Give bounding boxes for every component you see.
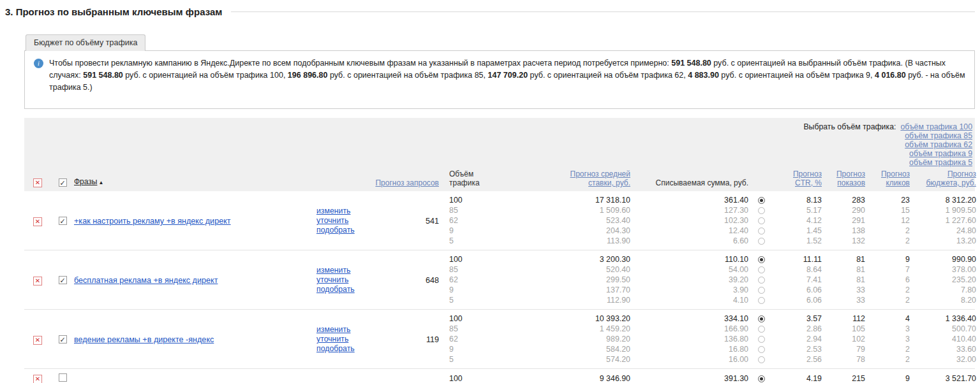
traffic-volume-value: 9: [439, 345, 500, 354]
info-text-segment: Чтобы провести рекламную кампанию в Янде…: [49, 59, 671, 68]
requests-column-header[interactable]: Прогноз запросов: [375, 178, 439, 187]
avg-rate-value: 17 318.10: [500, 196, 630, 205]
traffic-volume-value: 100: [439, 196, 500, 205]
charged-sum-value: 166.90: [630, 324, 748, 334]
charged-sum-value: 4.10: [630, 296, 748, 305]
clicks-forecast-value: 3: [865, 324, 910, 334]
traffic-volume-value: 62: [439, 335, 500, 344]
traffic-volume-radio[interactable]: [758, 375, 765, 382]
delete-phrase-icon[interactable]: ✕: [33, 277, 42, 285]
phrases-header-label: Фразы: [74, 177, 97, 186]
clicks-column-header[interactable]: Прогноз кликов: [869, 170, 910, 187]
ctr-forecast-value: 11.11: [774, 255, 822, 264]
clicks-forecast-value: 6: [865, 275, 910, 285]
traffic-line: 9137.703.906.063327.80: [439, 285, 976, 295]
budget-forecast-value: 410.40: [910, 335, 976, 344]
ctr-column-header[interactable]: Прогноз CTR, %: [781, 170, 822, 187]
traffic-volume-radio[interactable]: [758, 228, 765, 235]
rate-column-header[interactable]: Прогноз средней ставки, руб.: [559, 170, 630, 187]
phrase-action-link[interactable]: изменить: [316, 266, 375, 275]
phrase-action-link[interactable]: подобрать: [316, 285, 375, 294]
avg-rate-value: 9 346.90: [500, 374, 630, 383]
traffic-volume-radio[interactable]: [758, 197, 765, 204]
budget-info-text: Чтобы провести рекламную кампанию в Янде…: [49, 57, 965, 102]
info-text-segment: 147 709.20: [488, 71, 528, 80]
phrase-action-link[interactable]: подобрать: [316, 226, 375, 235]
shows-forecast-value: 132: [822, 236, 865, 246]
phrase-row: ✕✓+как настроить рекламу +в яндекс дирек…: [24, 191, 975, 250]
ctr-forecast-value: 3.57: [774, 314, 822, 324]
shows-forecast-value: 79: [822, 345, 865, 354]
traffic-volume-option-link[interactable]: объём трафика 62: [905, 140, 972, 149]
traffic-volume-value: 5: [439, 236, 500, 246]
avg-rate-value: 10 393.20: [500, 314, 630, 324]
traffic-volume-radio[interactable]: [758, 217, 765, 224]
traffic-volume-option-link[interactable]: объём трафика 100: [900, 122, 972, 131]
traffic-volume-radio[interactable]: [758, 356, 765, 363]
info-text-segment: руб. с ориентацией на объём трафика 62,: [528, 71, 688, 80]
traffic-volume-radio[interactable]: [758, 266, 765, 273]
phrase-action-link[interactable]: уточнить: [316, 335, 375, 344]
phrases-column-header[interactable]: Фразы: [74, 177, 97, 186]
delete-all-icon[interactable]: ✕: [33, 178, 42, 187]
traffic-lines: 10010 393.20334.103.5711241 336.40851 45…: [439, 314, 976, 365]
budget-forecast-value: 500.70: [910, 324, 976, 334]
avg-rate-value: 3 200.30: [500, 255, 630, 264]
traffic-volume-radio[interactable]: [758, 297, 765, 304]
shows-column-header[interactable]: Прогноз показов: [824, 170, 865, 187]
traffic-volume-option-link[interactable]: объём трафика 85: [905, 131, 972, 140]
traffic-volume-radio[interactable]: [758, 207, 765, 214]
traffic-line: 851 509.60127.305.17290151 909.50: [439, 206, 976, 215]
clicks-forecast-value: 2: [865, 236, 910, 246]
traffic-volume-radio[interactable]: [758, 326, 765, 333]
traffic-volume-option-link[interactable]: объём трафика 9: [909, 149, 972, 158]
budget-forecast-value: 33.60: [910, 345, 976, 354]
avg-rate-value: 112.90: [500, 296, 630, 305]
clicks-forecast-value: 15: [865, 206, 910, 215]
shows-forecast-value: 283: [822, 196, 865, 205]
avg-rate-value: 574.20: [500, 355, 630, 365]
phrase-action-link[interactable]: уточнить: [316, 275, 375, 285]
traffic-volume-radio[interactable]: [758, 256, 765, 263]
traffic-volume-value: 9: [439, 285, 500, 295]
delete-phrase-icon[interactable]: ✕: [33, 217, 42, 226]
sort-asc-icon: ▲: [98, 178, 103, 187]
phrase-checkbox[interactable]: ✓: [59, 217, 67, 225]
phrase-action-link[interactable]: уточнить: [316, 216, 375, 226]
traffic-volume-value: 62: [439, 216, 500, 226]
budget-column-header[interactable]: Прогноз бюджета, руб.: [917, 170, 976, 187]
traffic-volume-radio[interactable]: [758, 336, 765, 343]
budget-forecast-value: 32.00: [910, 355, 976, 365]
traffic-volume-option-link[interactable]: объём трафика 5: [909, 158, 972, 167]
traffic-volume-radio[interactable]: [758, 315, 765, 322]
traffic-volume-radio[interactable]: [758, 238, 765, 245]
charged-sum-value: 12.40: [630, 226, 748, 236]
select-all-checkbox[interactable]: ✓: [59, 178, 67, 187]
phrase-link[interactable]: ведение рекламы +в директе -яндекс: [74, 335, 214, 344]
phrase-link[interactable]: +как настроить рекламу +в яндекс директ: [74, 217, 231, 226]
delete-phrase-icon[interactable]: ✕: [33, 375, 42, 383]
budget-forecast-value: 8.20: [910, 296, 976, 305]
phrase-checkbox[interactable]: [59, 373, 67, 382]
budget-forecast-value: 1 227.60: [910, 216, 976, 226]
charged-sum-value: 16.00: [630, 355, 748, 365]
traffic-volume-radio[interactable]: [758, 346, 765, 353]
traffic-volume-radio[interactable]: [758, 287, 765, 294]
traffic-column-header: Объём трафика: [439, 170, 500, 187]
phrase-checkbox[interactable]: ✓: [59, 276, 67, 284]
traffic-volume-value: 100: [439, 374, 500, 383]
phrase-action-link[interactable]: изменить: [316, 206, 375, 216]
tab-budget-by-traffic[interactable]: Бюджет по объёму трафика: [26, 34, 145, 51]
traffic-volume-value: 85: [439, 265, 500, 275]
traffic-volume-value: 85: [439, 206, 500, 215]
delete-phrase-icon[interactable]: ✕: [33, 336, 42, 345]
traffic-volume-radio[interactable]: [758, 277, 765, 284]
traffic-selector-label: Выбрать объём трафика:: [803, 122, 896, 131]
info-text-segment: 4 016.80: [875, 71, 906, 80]
phrase-link[interactable]: бесплатная реклама +в яндекс директ: [74, 276, 218, 285]
phrase-action-link[interactable]: изменить: [316, 325, 375, 335]
phrase-action-link[interactable]: подобрать: [316, 344, 375, 354]
avg-rate-value: 523.40: [500, 216, 630, 226]
phrase-checkbox[interactable]: ✓: [59, 335, 67, 343]
shows-forecast-value: 33: [822, 285, 865, 295]
